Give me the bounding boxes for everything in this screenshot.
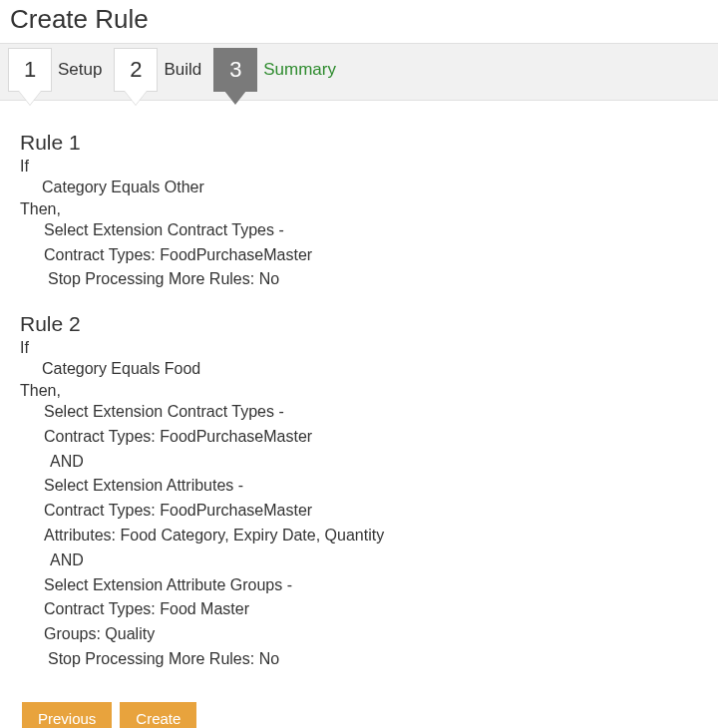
rule-2-action: Select Extension Attribute Groups -: [44, 573, 700, 598]
rule-2-then: Then,: [20, 382, 700, 400]
step-2[interactable]: 2: [114, 48, 158, 92]
rule-2-and: AND: [44, 450, 700, 475]
rule-2-action: Attributes: Food Category, Expiry Date, …: [44, 524, 700, 548]
rule-1-if: If: [20, 158, 700, 176]
rule-2-action: Select Extension Contract Types -: [44, 400, 700, 425]
button-row: Previous Create: [0, 696, 718, 728]
rule-1-title: Rule 1: [20, 131, 700, 155]
rule-1-action: Contract Types: FoodPurchaseMaster: [44, 243, 700, 268]
rule-2-condition: Category Equals Food: [20, 357, 700, 382]
rule-2-action: Contract Types: Food Master: [44, 597, 700, 622]
rule-2-action: Groups: Quality: [44, 622, 700, 647]
previous-button[interactable]: Previous: [22, 702, 112, 728]
rule-2-if: If: [20, 339, 700, 357]
rule-2-action: Contract Types: FoodPurchaseMaster: [44, 425, 700, 450]
step-1[interactable]: 1: [8, 48, 52, 92]
rule-1-condition: Category Equals Other: [20, 176, 700, 200]
wizard-steps: 1 Setup 2 Build 3 Summary: [0, 43, 718, 101]
step-2-label: Build: [164, 60, 201, 80]
rule-2-action: Contract Types: FoodPurchaseMaster: [44, 499, 700, 524]
rule-2-stop: Stop Processing More Rules: No: [44, 647, 700, 672]
step-3[interactable]: 3: [213, 48, 257, 92]
summary-content: Rule 1 If Category Equals Other Then, Se…: [0, 101, 718, 696]
rule-2: Rule 2 If Category Equals Food Then, Sel…: [20, 312, 700, 672]
step-1-label: Setup: [58, 60, 102, 80]
step-3-label: Summary: [263, 60, 336, 80]
rule-1: Rule 1 If Category Equals Other Then, Se…: [20, 131, 700, 292]
rule-1-then: Then,: [20, 200, 700, 218]
rule-2-actions: Select Extension Contract Types - Contra…: [20, 400, 700, 672]
rule-2-action: Select Extension Attributes -: [44, 474, 700, 499]
rule-2-title: Rule 2: [20, 312, 700, 336]
create-button[interactable]: Create: [120, 702, 196, 728]
page-title: Create Rule: [0, 0, 718, 43]
rule-1-actions: Select Extension Contract Types - Contra…: [20, 218, 700, 292]
rule-2-and: AND: [44, 548, 700, 573]
rule-1-action: Select Extension Contract Types -: [44, 218, 700, 243]
rule-1-stop: Stop Processing More Rules: No: [44, 267, 700, 292]
